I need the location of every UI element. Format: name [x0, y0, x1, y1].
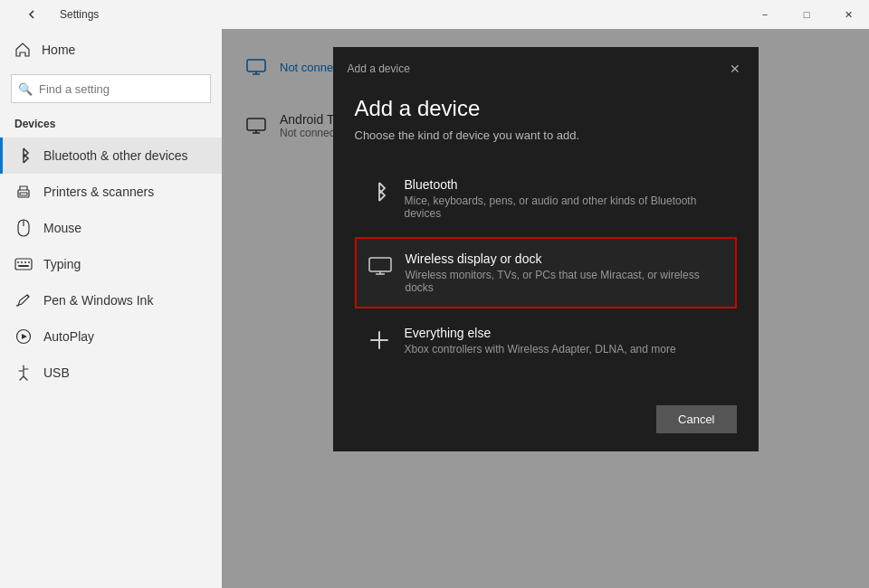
title-bar-left: Settings [11, 0, 99, 29]
svg-rect-1 [20, 193, 27, 195]
sidebar-autoplay-label: AutoPlay [43, 329, 94, 344]
bluetooth-device-icon [367, 179, 392, 204]
everything-else-option-text: Everything else Xbox controllers with Wi… [405, 326, 676, 356]
sidebar-section-title: Devices [0, 114, 222, 138]
sidebar-home-item[interactable]: Home [0, 29, 222, 71]
autoplay-icon [14, 327, 33, 346]
everything-else-option-desc: Xbox controllers with Wireless Adapter, … [405, 343, 676, 356]
title-bar-title: Settings [60, 8, 99, 21]
add-device-dialog: Add a device ✕ Add a device Choose the k… [333, 47, 759, 451]
app-body: Home 🔍 Devices Bluetooth & other devices [0, 29, 869, 588]
usb-icon [14, 364, 33, 382]
minimize-button[interactable]: − [744, 0, 786, 29]
sidebar-item-pen[interactable]: Pen & Windows Ink [0, 282, 222, 318]
sidebar-item-printers[interactable]: Printers & scanners [0, 174, 222, 210]
device-option-wireless-display[interactable]: Wireless display or dock Wireless monito… [355, 237, 737, 308]
title-bar: Settings − □ ✕ [0, 0, 869, 29]
dialog-overlay: Add a device ✕ Add a device Choose the k… [222, 29, 869, 588]
sidebar-item-usb[interactable]: USB [0, 355, 222, 391]
sidebar-item-bluetooth[interactable]: Bluetooth & other devices [0, 138, 222, 174]
search-input[interactable] [11, 74, 211, 103]
everything-else-icon [367, 327, 392, 353]
wireless-display-option-desc: Wireless monitors, TVs, or PCs that use … [406, 269, 724, 294]
sidebar-typing-label: Typing [43, 257, 81, 271]
dialog-body: Add a device Choose the kind of device y… [333, 81, 759, 394]
everything-else-option-title: Everything else [405, 326, 676, 340]
wireless-display-option-text: Wireless display or dock Wireless monito… [406, 251, 724, 294]
device-option-bluetooth[interactable]: Bluetooth Mice, keyboards, pens, or audi… [355, 164, 737, 233]
close-button[interactable]: ✕ [827, 0, 869, 29]
svg-rect-17 [369, 258, 391, 271]
bluetooth-option-title: Bluetooth [405, 177, 725, 192]
bluetooth-option-text: Bluetooth Mice, keyboards, pens, or audi… [405, 177, 725, 220]
title-bar-controls: − □ ✕ [744, 0, 869, 29]
dialog-heading: Add a device [355, 96, 737, 121]
search-icon: 🔍 [18, 82, 33, 96]
printer-icon [14, 183, 33, 201]
pen-icon [14, 291, 33, 309]
bluetooth-icon [14, 147, 33, 165]
sidebar: Home 🔍 Devices Bluetooth & other devices [0, 29, 222, 588]
device-option-everything-else[interactable]: Everything else Xbox controllers with Wi… [355, 312, 737, 369]
dialog-titlebar-text: Add a device [348, 62, 410, 75]
sidebar-mouse-label: Mouse [43, 221, 81, 235]
maximize-button[interactable]: □ [786, 0, 827, 29]
sidebar-search: 🔍 [11, 74, 211, 103]
svg-rect-4 [15, 259, 32, 270]
sidebar-bluetooth-label: Bluetooth & other devices [43, 148, 188, 163]
home-icon [14, 42, 31, 58]
sidebar-usb-label: USB [43, 365, 70, 380]
cancel-button[interactable]: Cancel [656, 405, 736, 433]
sidebar-pen-label: Pen & Windows Ink [43, 293, 153, 308]
content-area: Not connected Android TV Not connected [222, 29, 869, 588]
sidebar-printers-label: Printers & scanners [43, 185, 154, 199]
wireless-display-option-title: Wireless display or dock [406, 251, 724, 266]
sidebar-item-autoplay[interactable]: AutoPlay [0, 318, 222, 355]
sidebar-item-typing[interactable]: Typing [0, 246, 222, 282]
dialog-footer: Cancel [333, 394, 759, 451]
home-label: Home [42, 43, 75, 57]
dialog-close-button[interactable]: ✕ [722, 56, 748, 81]
mouse-icon [14, 219, 33, 237]
back-button[interactable] [11, 0, 53, 29]
sidebar-item-mouse[interactable]: Mouse [0, 210, 222, 246]
wireless-display-icon [368, 253, 393, 279]
dialog-titlebar: Add a device ✕ [333, 47, 759, 81]
keyboard-icon [14, 255, 33, 273]
dialog-subtitle: Choose the kind of device you want to ad… [355, 128, 737, 142]
bluetooth-option-desc: Mice, keyboards, pens, or audio and othe… [405, 194, 725, 220]
